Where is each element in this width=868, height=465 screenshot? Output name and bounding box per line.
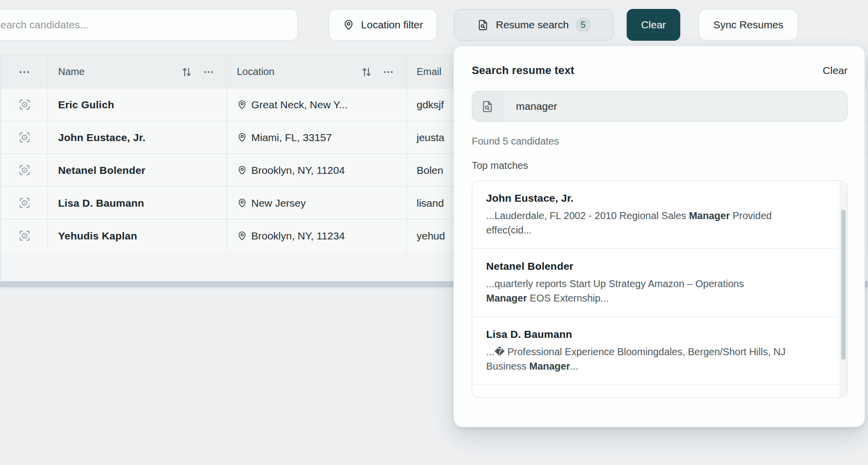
sort-name-icon[interactable] — [181, 66, 193, 78]
scan-resume-icon[interactable] — [18, 163, 31, 177]
email-column-label: Email — [417, 66, 441, 78]
location-column-menu-icon[interactable] — [382, 66, 394, 78]
location-column-label: Location — [237, 66, 275, 78]
candidate-location-text: Great Neck, New Y... — [251, 99, 348, 111]
name-column-menu-icon[interactable] — [203, 66, 215, 78]
found-count-text: Found 5 candidates — [472, 136, 848, 147]
match-item[interactable]: Lisa D. Baumann ...� Professional Experi… — [472, 317, 839, 385]
column-menu-icon[interactable] — [18, 66, 31, 78]
map-pin-icon — [237, 198, 247, 208]
map-pin-icon — [237, 231, 247, 241]
candidate-location-text: Miami, FL, 33157 — [251, 132, 332, 144]
resume-search-label: Resume search — [496, 19, 569, 31]
header-cell-name: Name — [48, 56, 227, 88]
candidate-name-cell: Yehudis Kaplan — [48, 220, 227, 252]
sync-resumes-label: Sync Resumes — [713, 19, 783, 31]
match-list-scrollbar-thumb[interactable] — [841, 210, 846, 360]
match-candidate-name: Lisa D. Baumann — [486, 328, 832, 340]
resume-search-button[interactable]: Resume search 5 — [454, 9, 614, 41]
candidate-location-text: Brooklyn, NY, 11204 — [251, 164, 345, 176]
name-column-label: Name — [58, 66, 84, 78]
scan-resume-icon[interactable] — [18, 229, 31, 242]
resume-query-field — [472, 91, 848, 122]
page: { "colors": { "accent_teal": "#17474F", … — [0, 0, 868, 465]
sort-location-icon[interactable] — [361, 66, 372, 78]
clear-filters-label: Clear — [641, 19, 666, 31]
match-candidate-name: John Eustace, Jr. — [486, 192, 832, 204]
popover-title: Search resume text — [472, 64, 575, 77]
candidate-location-cell: Brooklyn, NY, 11204 — [227, 154, 407, 186]
map-pin-icon — [237, 132, 247, 143]
resume-query-input[interactable] — [503, 91, 847, 121]
sync-resumes-button[interactable]: Sync Resumes — [699, 9, 798, 41]
candidate-location-cell: Miami, FL, 33157 — [227, 121, 407, 154]
file-search-icon — [472, 91, 503, 121]
candidate-name-cell: Lisa D. Baumann — [48, 187, 227, 219]
candidate-name-cell: John Eustace, Jr. — [48, 121, 227, 154]
map-pin-icon — [237, 165, 247, 175]
location-filter-label: Location filter — [361, 19, 423, 31]
map-pin-icon — [343, 19, 355, 31]
candidate-location-cell: New Jersey — [227, 187, 407, 219]
candidate-name-cell: Eric Gulich — [48, 88, 227, 121]
resume-search-popover: Search resume text Clear Found 5 candida… — [453, 46, 865, 427]
match-candidate-name: Netanel Bolender — [486, 260, 832, 272]
match-resume-snippet: ...� Professional Experience Bloomingdal… — [486, 345, 832, 374]
search-input[interactable] — [0, 9, 298, 41]
candidate-name-cell: Netanel Bolender — [48, 154, 227, 186]
match-resume-snippet: ...Lauderdale, FL 2002 - 2010 Regional S… — [486, 209, 832, 237]
resume-search-count-badge: 5 — [576, 17, 591, 33]
candidate-location-text: New Jersey — [251, 197, 306, 209]
scan-resume-icon[interactable] — [18, 196, 31, 210]
header-cell-location: Location — [227, 56, 407, 88]
clear-filters-button[interactable]: Clear — [627, 9, 680, 41]
match-list: John Eustace, Jr. ...Lauderdale, FL 2002… — [472, 181, 847, 385]
match-list-container: John Eustace, Jr. ...Lauderdale, FL 2002… — [472, 180, 848, 398]
map-pin-icon — [237, 99, 247, 110]
scan-resume-icon[interactable] — [18, 98, 31, 111]
match-item[interactable]: John Eustace, Jr. ...Lauderdale, FL 2002… — [472, 181, 839, 249]
candidate-location-cell: Brooklyn, NY, 11234 — [227, 220, 407, 252]
scan-resume-icon[interactable] — [18, 131, 31, 144]
header-cell-actions — [1, 56, 48, 88]
popover-clear-button[interactable]: Clear — [823, 65, 848, 77]
location-filter-button[interactable]: Location filter — [329, 9, 437, 41]
candidate-location-text: Brooklyn, NY, 11234 — [251, 230, 345, 242]
candidate-location-cell: Great Neck, New Y... — [227, 88, 407, 121]
file-search-icon — [477, 19, 489, 31]
match-resume-snippet: ...quarterly reports Start Up Strategy A… — [486, 277, 832, 306]
match-item[interactable]: Netanel Bolender ...quarterly reports St… — [472, 249, 839, 317]
top-matches-label: Top matches — [472, 160, 848, 171]
